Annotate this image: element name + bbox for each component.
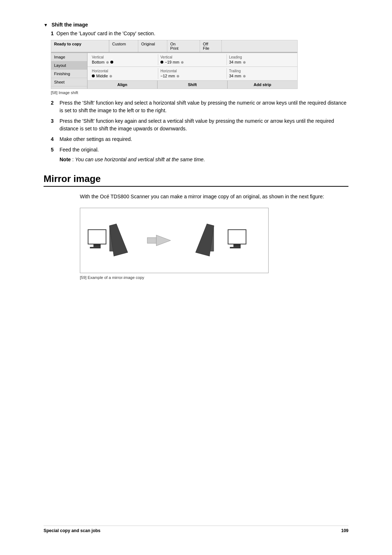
middle-value: Middle ⊕ <box>92 74 156 78</box>
step-2: 2 Press the 'Shift' function key and sel… <box>51 99 348 114</box>
bottom-value: Bottom ⊕ <box>92 60 156 64</box>
file-label: File <box>203 46 219 50</box>
step5-text: Feed the original. <box>60 146 348 154</box>
vertical-label-right: Vertical <box>160 55 224 59</box>
horizontal-label-right: Horizontal <box>160 69 224 73</box>
shift-image-section: ▼ Shift the image <box>44 22 348 28</box>
align-button[interactable]: Align <box>87 81 158 89</box>
step-4: 4 Make other settings as required. <box>51 135 348 143</box>
custom-cell: Custom <box>109 40 138 52</box>
dot-indicator-1 <box>110 61 113 64</box>
fig58-caption: [58] Image shift <box>51 90 348 95</box>
step3-text: Press the 'Shift' function key again and… <box>60 117 348 133</box>
leading-number: 34 mm <box>229 60 241 64</box>
on-label: On <box>170 42 197 46</box>
svg-rect-10 <box>233 244 241 247</box>
middle-label: Middle <box>96 74 108 78</box>
sidebar-sheet: Sheet <box>51 78 87 86</box>
col-vertical-left: Vertical Bottom ⊕ <box>90 54 158 65</box>
spin-icon-5: ⊕ <box>176 74 179 78</box>
ui-topbar: Ready to copy Custom Original On Print O… <box>51 40 297 52</box>
horizontal-label-left: Horizontal <box>92 69 156 73</box>
shift-button[interactable]: Shift <box>158 81 228 89</box>
step-5: 5 Feed the original. <box>51 146 348 154</box>
sidebar-image: Image <box>51 53 87 61</box>
custom-label: Custom <box>112 42 126 46</box>
off-label: Off <box>203 42 219 46</box>
content-row-1: Vertical Bottom ⊕ Vertical −19 mm ⊕ <box>87 53 297 67</box>
col-leading: Leading 34 mm ⊕ <box>227 54 295 65</box>
spin-icon-2: ⊕ <box>181 60 184 64</box>
ui-main: Image Layout Finishing Sheet Vertical Bo… <box>51 52 297 89</box>
svg-marker-8 <box>196 223 217 256</box>
mirror-heading: Mirror image <box>44 173 348 187</box>
ready-to-copy-cell: Ready to copy <box>51 40 109 52</box>
original-cell: Original <box>138 40 167 52</box>
step1-intro: 1 Open the 'Layout' card in the 'Copy' s… <box>51 31 348 36</box>
spin-icon-3: ⊕ <box>243 60 246 64</box>
print-label: Print <box>170 46 197 50</box>
trailing-value: 34 mm ⊕ <box>229 74 293 78</box>
sidebar-finishing: Finishing <box>51 70 87 78</box>
spin-icon-4: ⊕ <box>109 74 112 78</box>
step4-text: Make other settings as required. <box>60 135 348 143</box>
leading-label: Leading <box>229 55 293 59</box>
ui-content: Vertical Bottom ⊕ Vertical −19 mm ⊕ <box>87 53 297 89</box>
svg-rect-0 <box>88 230 106 244</box>
step-3: 3 Press the 'Shift' function key again a… <box>51 117 348 133</box>
leading-value: 34 mm ⊕ <box>229 60 293 64</box>
mirror-section: Mirror image With the Océ TDS800 Scanner… <box>44 173 348 280</box>
note-label: Note <box>60 157 71 162</box>
svg-rect-9 <box>228 230 246 244</box>
footer-left: Special copy and scan jobs <box>44 528 101 533</box>
off-file-cell: Off File <box>200 40 222 52</box>
spin-icon-1: ⊕ <box>106 60 109 64</box>
svg-marker-4 <box>106 223 128 256</box>
mirror-description: With the Océ TDS800 Scanner you can make… <box>80 193 348 200</box>
svg-rect-2 <box>90 247 101 248</box>
ui-bottom-row: Align Shift Add strip <box>87 81 297 89</box>
shift-v-value: −19 mm ⊕ <box>160 60 224 64</box>
fig59-caption: [59] Example of a mirror-image copy <box>80 275 348 280</box>
shift-h-value: −12 mm ⊕ <box>160 74 224 78</box>
on-print-cell: On Print <box>167 40 200 52</box>
add-strip-button[interactable]: Add strip <box>228 81 297 89</box>
dot-indicator-2 <box>160 61 163 64</box>
mirror-figure-container <box>80 208 348 273</box>
bullet-icon: ▼ <box>44 23 48 28</box>
spin-icon-6: ⊕ <box>243 74 246 78</box>
svg-rect-6 <box>147 238 156 243</box>
col-horizontal-left: Horizontal Middle ⊕ <box>90 68 158 79</box>
steps-list: 2 Press the 'Shift' function key and sel… <box>51 99 348 154</box>
note-line: Note : You can use horizontal and vertic… <box>60 157 348 162</box>
original-label: Original <box>141 42 155 46</box>
ui-sidebar: Image Layout Finishing Sheet <box>51 53 87 89</box>
col-horizontal-right: Horizontal −12 mm ⊕ <box>158 68 227 79</box>
dot-indicator-3 <box>92 74 95 77</box>
note-text: You can use horizontal and vertical shif… <box>75 157 205 162</box>
svg-rect-1 <box>94 244 101 247</box>
page-footer: Special copy and scan jobs 109 <box>44 526 348 533</box>
shift-v-number: −19 mm <box>165 60 179 64</box>
ui-panel-figure: Ready to copy Custom Original On Print O… <box>51 40 298 89</box>
footer-right: 109 <box>341 528 348 533</box>
svg-marker-5 <box>156 235 171 246</box>
sidebar-layout: Layout <box>51 61 87 70</box>
ready-label: Ready to copy <box>54 42 81 46</box>
col-vertical-right: Vertical −19 mm ⊕ <box>158 54 227 65</box>
shift-image-title: Shift the image <box>52 22 88 28</box>
trailing-label: Trailing <box>229 69 293 73</box>
vertical-label-left: Vertical <box>92 55 156 59</box>
svg-rect-11 <box>230 247 241 248</box>
step2-text: Press the 'Shift' function key and selec… <box>60 99 348 114</box>
trailing-number: 34 mm <box>229 74 241 78</box>
mirror-figure-svg <box>80 208 269 273</box>
col-trailing: Trailing 34 mm ⊕ <box>227 68 295 79</box>
bottom-label: Bottom <box>92 60 105 64</box>
shift-h-number: −12 mm <box>160 74 175 78</box>
content-row-2: Horizontal Middle ⊕ Horizontal −12 mm ⊕ <box>87 67 297 81</box>
